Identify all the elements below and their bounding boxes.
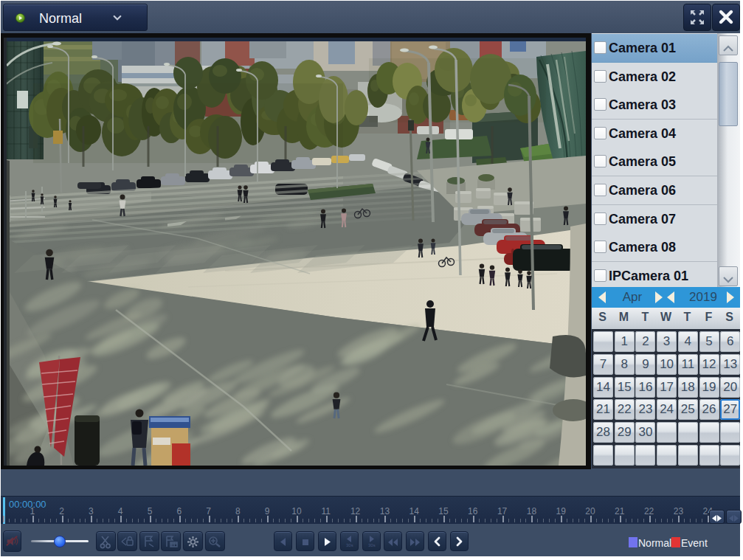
svg-text:30s: 30s	[368, 543, 376, 547]
svg-text:30s: 30s	[346, 543, 353, 547]
